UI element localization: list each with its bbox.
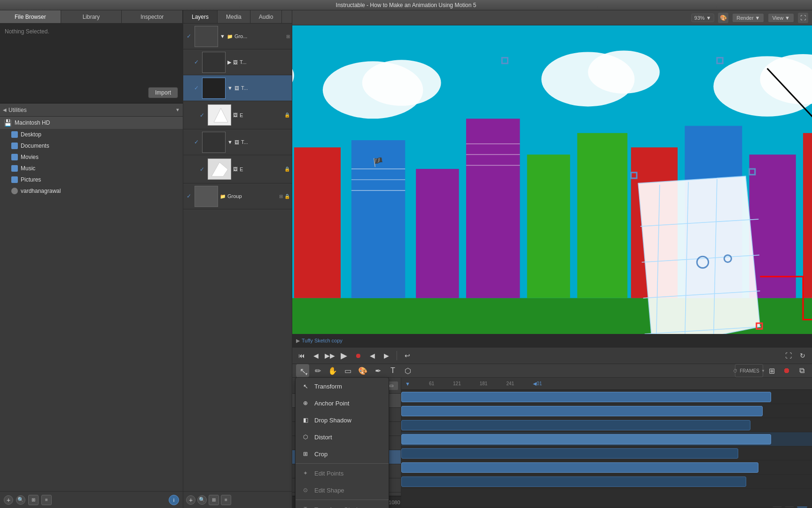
record-button[interactable]: ⏺ [352, 350, 364, 361]
file-item-desktop[interactable]: Desktop [0, 129, 183, 140]
svg-point-6 [362, 60, 441, 106]
play-button[interactable]: ▶ [338, 350, 350, 361]
layers-btn2[interactable]: ⧉ [795, 364, 808, 377]
tab-audio[interactable]: Audio [250, 10, 282, 23]
canvas-label-bar: ▶ Tuffy Sketch copy [292, 334, 812, 347]
grid-view-button[interactable]: ⊞ [28, 495, 39, 505]
menu-item-transform-glyph[interactable]: T Transform Glyph [296, 501, 389, 508]
tl-bar-3 [401, 420, 750, 430]
playback-bar: ⏮ ◀ ▶▶ ▶ ⏺ ◀ ▶ ↩ ⛶ ↻ [292, 347, 812, 364]
step-back-button[interactable]: ◀ [310, 350, 321, 361]
import-button[interactable]: Import [148, 87, 178, 98]
layer-row-group[interactable]: ✓ 📁 Group ⊞ 🔒 [183, 183, 292, 209]
tab-layers[interactable]: Layers [183, 10, 218, 23]
layer-row-t3[interactable]: ✓ ▼ 🖼 T... [183, 129, 292, 155]
text-tool-button[interactable]: T [386, 364, 399, 377]
tl-track-7[interactable] [401, 475, 812, 489]
menu-item-crop[interactable]: ⊞ Crop [296, 445, 389, 462]
folder-icon-music [11, 165, 18, 172]
layer-row-t1[interactable]: ✓ ▶ 🖼 T... [183, 49, 292, 75]
layer-check-5[interactable]: ✓ [193, 138, 200, 146]
canvas-color-btn[interactable]: 🎨 [718, 13, 728, 23]
refresh-button[interactable]: ↻ [797, 350, 808, 361]
go-to-start-button[interactable]: ⏮ [296, 350, 307, 361]
tab-file-browser[interactable]: File Browser [0, 10, 61, 23]
add-button[interactable]: + [4, 495, 13, 505]
render-button[interactable]: Render ▼ [732, 13, 764, 23]
tl-track-3[interactable] [401, 418, 812, 432]
transform-icon: ↖ [301, 382, 310, 390]
step-forward-button[interactable]: ▶▶ [324, 350, 336, 361]
paint-tool-button[interactable]: 🎨 [356, 364, 369, 377]
layers-list-button[interactable]: ≡ [221, 495, 231, 505]
hand-tool-button[interactable]: ✋ [326, 364, 339, 377]
transform-tool-button[interactable]: ↖ ▼ ↖ Transform ⊕ Anchor Point [296, 364, 309, 377]
layer-row-t2[interactable]: ✓ ▼ 🖼 T... [183, 75, 292, 101]
brush-tool-button[interactable]: ✏ [311, 364, 324, 377]
file-item-user[interactable]: vardhanagrawal [0, 185, 183, 197]
drive-macintosh-hd[interactable]: 💾 Macintosh HD [0, 117, 183, 129]
layer-check-2[interactable]: ✓ [193, 58, 200, 66]
utilities-dropdown-arrow[interactable]: ▼ [175, 107, 180, 112]
tab-library[interactable]: Library [61, 10, 122, 23]
zoom-display[interactable]: 93% ▼ [691, 14, 715, 22]
menu-item-transform[interactable]: ↖ Transform [296, 378, 389, 395]
tl-bar-4 [401, 434, 771, 444]
layer-check-3[interactable]: ✓ [193, 84, 200, 92]
layers-grid-button[interactable]: ⊞ [209, 495, 219, 505]
file-item-movies[interactable]: Movies [0, 151, 183, 163]
view-dropdown-icon: ▼ [785, 15, 790, 21]
info-button[interactable]: i [169, 495, 179, 505]
menu-item-distort[interactable]: ⬡ Distort [296, 429, 389, 445]
rect-tool-button[interactable]: ▭ [341, 364, 354, 377]
layer-check-1[interactable]: ✓ [185, 32, 193, 40]
file-item-pictures[interactable]: Pictures [0, 174, 183, 185]
render-dropdown-icon: ▼ [755, 15, 760, 21]
file-item-documents[interactable]: Documents [0, 140, 183, 151]
canvas-label: Tuffy Sketch copy [302, 338, 343, 343]
utilities-back-arrow[interactable]: ◀ [3, 107, 7, 112]
mask-tool-button[interactable]: ⬡ [401, 364, 414, 377]
snap-button[interactable]: ⊞ [765, 364, 778, 377]
svg-rect-25 [466, 119, 520, 298]
tl-track-4[interactable] [401, 432, 812, 446]
layers-search-button[interactable]: 🔍 [197, 495, 207, 505]
menu-item-edit-shape[interactable]: ⊙ Edit Shape [296, 482, 389, 499]
tools-bar: ↖ ▼ ↖ Transform ⊕ Anchor Point [292, 364, 812, 378]
search-button[interactable]: 🔍 [16, 495, 25, 505]
frames-label: FRAMES [740, 368, 759, 373]
file-item-music[interactable]: Music [0, 163, 183, 174]
layer-row-gro[interactable]: ✓ ▼ 📁 Gro... ⊞ [183, 24, 292, 49]
layer-check-6[interactable]: ✓ [198, 166, 206, 173]
list-view-button[interactable]: ≡ [41, 495, 52, 505]
tl-track-2[interactable] [401, 404, 812, 418]
pen-tool-button[interactable]: ✒ [371, 364, 384, 377]
layer-check-7[interactable]: ✓ [185, 192, 193, 200]
layer-check-4[interactable]: ✓ [198, 111, 206, 119]
layer-row-e1[interactable]: ✓ 🖼 E 🔒 [183, 101, 292, 129]
tab-inspector[interactable]: Inspector [122, 10, 183, 23]
speed-display[interactable]: ⏱ FRAMES ▼ [735, 364, 763, 377]
loop-button[interactable]: ↩ [402, 350, 413, 361]
tab-media[interactable]: Media [218, 10, 250, 23]
menu-item-anchor-point[interactable]: ⊕ Anchor Point [296, 395, 389, 412]
edit-shape-icon: ⊙ [301, 486, 310, 494]
layer-row-e2[interactable]: ✓ 🖼 E 🔒 [183, 155, 292, 183]
menu-item-edit-points[interactable]: ✦ Edit Points [296, 465, 389, 482]
layers-add-button[interactable]: + [186, 495, 195, 505]
tl-track-1[interactable] [401, 390, 812, 404]
layer-info-2: ▶ 🖼 T... [227, 59, 290, 65]
step-fwd2-button[interactable]: ▶ [381, 350, 392, 361]
menu-item-drop-shadow[interactable]: ◧ Drop Shadow [296, 412, 389, 429]
layer-info-4: 🖼 E 🔒 [233, 112, 290, 118]
layers-panel: Layers Media Audio ✓ ▼ 📁 Gro... [183, 10, 292, 508]
expand-button[interactable]: ⛶ [783, 350, 794, 361]
tl-track-6[interactable] [401, 460, 812, 475]
left-panel: File Browser Library Inspector Nothing S… [0, 10, 183, 508]
fullscreen-button[interactable]: ⛶ [798, 13, 808, 23]
record-btn2[interactable]: ⏺ [780, 364, 793, 377]
step-back2-button[interactable]: ◀ [367, 350, 378, 361]
view-button[interactable]: View ▼ [768, 13, 794, 23]
tl-bar-2 [401, 406, 763, 416]
tl-track-5[interactable] [401, 446, 812, 460]
